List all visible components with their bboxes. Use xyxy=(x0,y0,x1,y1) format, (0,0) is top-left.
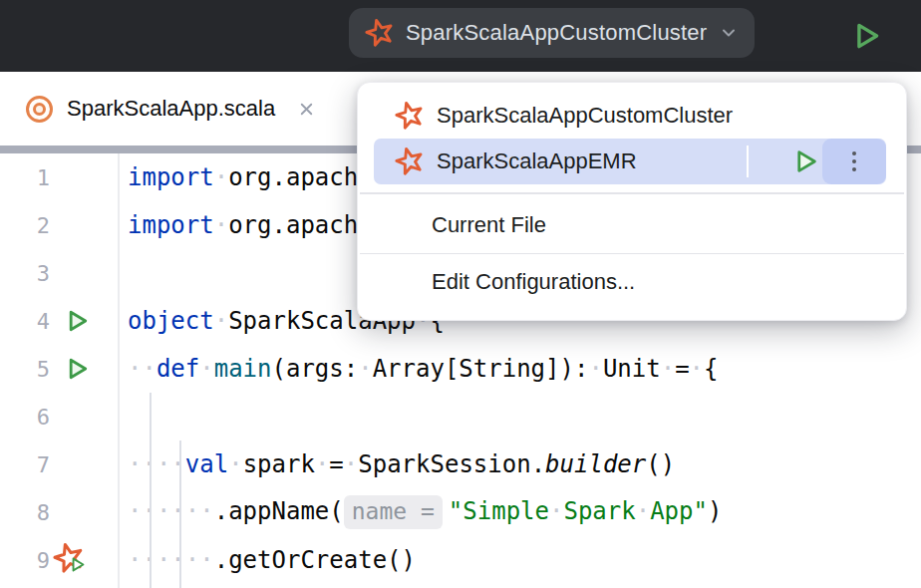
run-configuration-selector[interactable]: SparkScalaAppCustomCluster xyxy=(349,8,755,58)
play-icon xyxy=(849,19,883,53)
menu-item-edit-configurations[interactable]: Edit Configurations... xyxy=(358,259,906,305)
code-text: import·org.apache xyxy=(118,163,373,191)
menu-item-label: Edit Configurations... xyxy=(432,269,635,295)
run-configuration-name: SparkScalaAppCustomCluster xyxy=(406,20,707,46)
code-text: import·org.apache xyxy=(118,211,373,239)
line-number: 3 xyxy=(0,261,50,286)
code-line[interactable]: 6 xyxy=(0,393,921,441)
spark-run-gutter-button[interactable] xyxy=(50,536,118,584)
code-text: ····val·spark·=·SparkSession.builder() xyxy=(118,450,675,478)
line-number: 8 xyxy=(0,500,50,525)
menu-item-sparkscalaappcustomcluster[interactable]: SparkScalaAppCustomCluster xyxy=(358,93,906,139)
more-actions-button[interactable] xyxy=(822,139,886,184)
run-gutter-button[interactable] xyxy=(50,345,118,393)
gutter xyxy=(50,201,118,249)
gutter xyxy=(50,153,118,201)
menu-separator xyxy=(360,192,904,194)
parameter-hint-inlay: name = xyxy=(344,495,443,529)
menu-item-label: SparkScalaAppCustomCluster xyxy=(437,103,733,129)
ide-window: 1import·org.apache2import·org.apache34ob… xyxy=(0,0,921,588)
code-line[interactable]: 5··def·main(args:·Array[String]):·Unit·=… xyxy=(0,345,921,393)
gutter xyxy=(50,249,118,297)
code-text: ······.appName(name ="Simple·Spark·App") xyxy=(118,495,722,529)
gutter xyxy=(50,393,118,441)
gutter xyxy=(50,488,118,536)
line-number: 6 xyxy=(0,405,50,430)
line-number: 1 xyxy=(0,165,50,190)
close-icon[interactable] xyxy=(297,100,316,119)
line-number: 7 xyxy=(0,452,50,477)
play-icon xyxy=(63,307,91,335)
action-divider xyxy=(747,146,749,177)
spark-star-icon xyxy=(395,101,425,131)
code-text: ······.getOrCreate() xyxy=(118,546,416,574)
line-number: 9 xyxy=(0,548,50,573)
run-emr-button[interactable] xyxy=(790,147,820,176)
play-icon xyxy=(63,355,91,383)
gutter xyxy=(50,441,118,488)
main-toolbar: SparkScalaAppCustomCluster xyxy=(0,0,921,72)
tab-filename: SparkScalaApp.scala xyxy=(67,96,275,122)
menu-item-current-file[interactable]: Current File xyxy=(358,202,906,248)
play-icon xyxy=(790,147,820,176)
menu-separator xyxy=(360,253,904,255)
menu-item-label: SparkScalaAppEMR xyxy=(437,148,637,174)
code-line[interactable]: 8······.appName(name ="Simple·Spark·App"… xyxy=(0,488,921,536)
scala-object-icon xyxy=(26,96,53,123)
menu-item-label: Current File xyxy=(432,212,546,238)
line-number: 5 xyxy=(0,357,50,382)
play-icon xyxy=(68,555,87,574)
code-text: ··def·main(args:·Array[String]):·Unit·=·… xyxy=(118,355,718,383)
run-configurations-popup: SparkScalaAppCustomCluster SparkScalaApp… xyxy=(357,82,907,321)
line-number: 4 xyxy=(0,309,50,334)
spark-star-icon xyxy=(365,18,395,48)
menu-item-sparkscalaappemr[interactable]: SparkScalaAppEMR xyxy=(374,139,886,184)
run-gutter-button[interactable] xyxy=(50,297,118,345)
code-line[interactable]: 7····val·spark·=·SparkSession.builder() xyxy=(0,441,921,488)
indent-guide xyxy=(179,441,181,588)
run-button[interactable] xyxy=(847,17,885,55)
code-line[interactable]: 9······.getOrCreate() xyxy=(0,536,921,584)
indent-guide xyxy=(150,393,152,588)
tab-sparkscalaapp[interactable]: SparkScalaApp.scala xyxy=(26,72,316,146)
line-number: 2 xyxy=(0,213,50,238)
chevron-down-icon xyxy=(717,21,741,45)
spark-star-icon xyxy=(395,147,425,176)
